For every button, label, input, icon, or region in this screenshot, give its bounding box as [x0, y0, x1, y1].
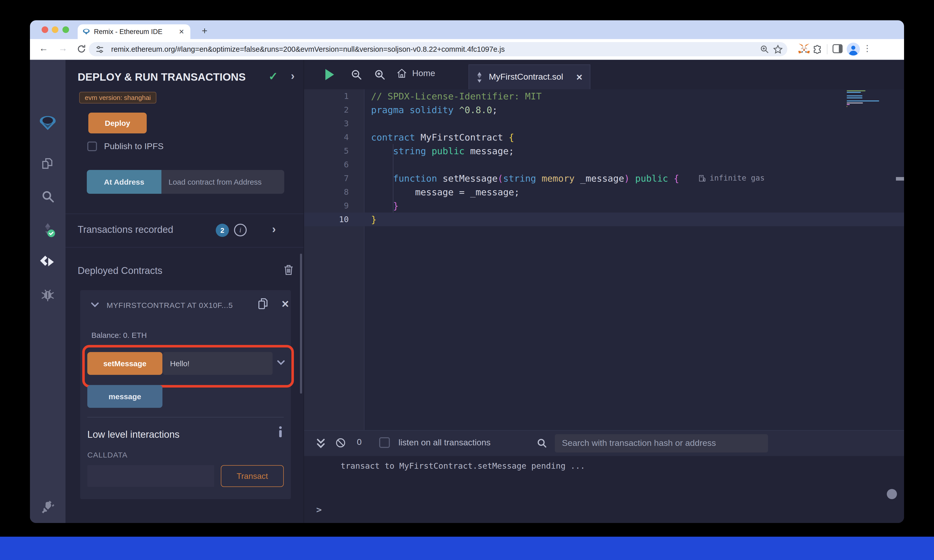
forward-icon[interactable]: → [59, 43, 68, 54]
contract-collapse-chevron-icon[interactable] [91, 302, 99, 308]
deployed-contracts-title: Deployed Contracts [78, 265, 162, 277]
code-line-8[interactable]: 8 message = _message; [304, 185, 904, 199]
tab-myfirstcontract[interactable]: MyFirstContract.sol ✕ [469, 65, 590, 89]
new-tab-button[interactable]: + [197, 24, 212, 38]
search-icon[interactable] [30, 190, 65, 203]
listen-transactions-checkbox[interactable] [379, 437, 390, 448]
code-line-9[interactable]: 9 } [304, 199, 904, 212]
code-line-4[interactable]: 4contract MyFirstContract { [304, 130, 904, 144]
transactions-recorded-row[interactable]: Transactions recorded 2 i › [65, 214, 304, 248]
code-text: function setMessage(string memory _messa… [371, 171, 679, 185]
tab-home[interactable]: Home [396, 68, 435, 78]
remix-favicon-icon [83, 28, 90, 35]
profile-avatar[interactable] [847, 43, 860, 56]
file-explorer-icon[interactable] [30, 156, 65, 171]
plugin-manager-plug-icon[interactable] [30, 500, 65, 514]
publish-ipfs-checkbox[interactable] [87, 142, 97, 151]
trash-icon[interactable] [284, 264, 293, 275]
zoom-in-icon[interactable] [374, 69, 386, 81]
macos-minimize-button[interactable] [52, 26, 59, 33]
panel-title: DEPLOY & RUN TRANSACTIONS [78, 71, 246, 83]
terminal-scroll-handle[interactable] [887, 489, 897, 499]
remove-contract-icon[interactable]: ✕ [281, 298, 289, 310]
address-bar[interactable]: remix.ethereum.org/#lang=en&optimize=fal… [89, 42, 787, 56]
deploy-and-run-icon[interactable] [30, 255, 65, 269]
code-line-7[interactable]: 7 function setMessage(string memory _mes… [304, 171, 904, 185]
low-level-info-icon[interactable] [278, 426, 283, 437]
site-settings-tune-icon[interactable] [93, 45, 106, 54]
publish-ipfs-label: Publish to IPFS [104, 142, 163, 152]
contract-title[interactable]: MYFIRSTCONTRACT AT 0X10F...5 [106, 301, 233, 309]
code-text: } [371, 212, 377, 226]
set-message-button[interactable]: setMessage [87, 352, 162, 375]
transactions-expand-chevron-icon[interactable]: › [272, 223, 276, 236]
file-tab-close-icon[interactable]: ✕ [576, 72, 583, 82]
remix-logo-icon[interactable] [30, 115, 65, 131]
reload-icon[interactable] [77, 44, 86, 54]
panel-scrollbar[interactable] [300, 254, 302, 394]
code-text: string public message; [371, 144, 514, 158]
editor-scrollbar-thumb[interactable] [896, 177, 904, 181]
deploy-button[interactable]: Deploy [88, 112, 147, 134]
low-level-title: Low level interactions [87, 429, 179, 440]
listen-transactions-label: listen on all transactions [398, 438, 491, 448]
extensions-puzzle-icon[interactable] [812, 44, 822, 54]
browser-toolbar: ← → remix.ethereum.org/#lang=en&optimize… [30, 39, 904, 60]
run-script-play-icon[interactable] [325, 69, 334, 80]
code-editor[interactable]: 1// SPDX-License-Identifier: MIT2pragma … [304, 89, 904, 430]
tab-title: Remix - Ethereum IDE [94, 28, 178, 35]
side-panel-icon[interactable] [832, 44, 843, 53]
deployed-contract-card: MYFIRSTCONTRACT AT 0X10F...5 ✕ Balance: … [80, 290, 291, 499]
terminal-search-icon [536, 438, 547, 448]
macos-zoom-button[interactable] [62, 26, 69, 33]
terminal-prompt[interactable]: > [316, 504, 322, 515]
editor-minimap[interactable] [847, 90, 881, 108]
transactions-info-icon[interactable]: i [234, 224, 247, 236]
metamask-extension-icon[interactable] [798, 43, 810, 54]
code-line-1[interactable]: 1// SPDX-License-Identifier: MIT [304, 89, 904, 103]
terminal-search-input[interactable] [555, 434, 768, 452]
solidity-compiler-icon[interactable] [30, 221, 65, 238]
copy-address-icon[interactable] [258, 297, 269, 310]
calldata-label: CALLDATA [87, 451, 128, 459]
expand-args-chevron-icon[interactable] [277, 360, 285, 365]
code-line-6[interactable]: 6 [304, 158, 904, 171]
message-getter-button[interactable]: message [87, 385, 162, 408]
panel-collapse-chevron-icon[interactable]: › [291, 69, 295, 83]
browser-tab[interactable]: Remix - Ethereum IDE ✕ [78, 25, 190, 39]
terminal-log-line[interactable]: transact to MyFirstContract.setMessage p… [341, 461, 585, 471]
code-line-3[interactable]: 3 [304, 117, 904, 130]
code-line-2[interactable]: 2pragma solidity ^0.8.0; [304, 103, 904, 117]
desktop-wallpaper-strip [0, 537, 934, 560]
terminal-toolbar: 0 listen on all transactions [304, 430, 904, 456]
line-number: 10 [304, 212, 349, 226]
transact-button[interactable]: Transact [221, 465, 284, 487]
back-icon[interactable]: ← [39, 43, 48, 54]
code-line-5[interactable]: 5 string public message; [304, 144, 904, 158]
zoom-page-icon[interactable] [758, 45, 771, 54]
calldata-input[interactable] [87, 465, 214, 487]
macos-close-button[interactable] [42, 26, 48, 33]
file-tab-label: MyFirstContract.sol [489, 72, 570, 82]
set-message-input[interactable] [163, 352, 273, 375]
line-number: 8 [304, 185, 349, 199]
tab-close-icon[interactable]: ✕ [178, 28, 185, 35]
at-address-button[interactable]: At Address [87, 170, 162, 194]
transactions-count-badge: 2 [216, 224, 229, 237]
code-text: // SPDX-License-Identifier: MIT [371, 89, 542, 103]
transactions-recorded-label: Transactions recorded [78, 224, 173, 235]
url-text[interactable]: remix.ethereum.org/#lang=en&optimize=fal… [111, 45, 758, 53]
debugger-bug-icon[interactable] [30, 288, 65, 301]
pending-tx-count: 0 [357, 437, 362, 448]
line-number: 9 [304, 199, 349, 212]
browser-window: Remix - Ethereum IDE ✕ + ← → remix.ether… [30, 20, 904, 523]
clear-console-ban-icon[interactable] [336, 438, 346, 448]
line-number: 1 [304, 89, 349, 103]
at-address-input[interactable] [162, 170, 284, 194]
bookmark-star-icon[interactable] [771, 45, 784, 54]
line-number: 7 [304, 171, 349, 185]
code-line-10[interactable]: 10} [304, 212, 904, 226]
zoom-out-icon[interactable] [351, 69, 362, 81]
collapse-terminal-icon[interactable] [316, 438, 325, 448]
browser-menu-icon[interactable]: ⋮ [863, 43, 872, 54]
